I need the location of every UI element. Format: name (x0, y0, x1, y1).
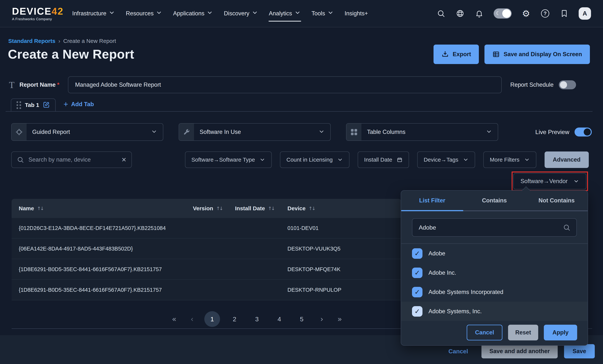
export-button[interactable]: Export (433, 45, 479, 64)
advanced-button[interactable]: Advanced (545, 151, 589, 168)
help-icon[interactable] (540, 9, 550, 18)
sort-icon[interactable]: ↑↓ (309, 206, 315, 211)
report-type-select[interactable]: Guided Report (11, 123, 163, 141)
tab-contains[interactable]: Contains (463, 191, 525, 210)
vendor-filter-panel: List Filter Contains Not Contains Adobe … (401, 190, 588, 346)
filter-device-tags[interactable]: Device→Tags (417, 151, 475, 168)
pagination-page-3[interactable]: 3 (249, 311, 265, 327)
drag-handle-icon[interactable] (16, 101, 21, 109)
list-item-adobe-systems-incorporated[interactable]: Adobe Systems Incorporated (401, 282, 588, 302)
breadcrumb-standard-reports[interactable]: Standard Reports (8, 38, 56, 44)
table-row[interactable]: {1D8E6291-B0D5-35EC-8441-6616F567A0F7}.K… (12, 259, 401, 280)
pagination-page-4[interactable]: 4 (272, 311, 287, 327)
pagination-last[interactable]: » (334, 315, 345, 323)
nav-item-infrastructure[interactable]: Infrastructure (72, 7, 115, 20)
sort-icon[interactable]: ↑↓ (37, 206, 44, 211)
cancel-button[interactable]: Cancel (441, 344, 475, 358)
user-avatar[interactable]: A (579, 7, 591, 20)
column-header-name[interactable]: Name↑↓ (19, 205, 193, 212)
list-item-adobe-systems-inc[interactable]: Adobe Systems, Inc. (401, 302, 588, 321)
pagination-prev[interactable]: ‹ (186, 315, 198, 323)
list-item-adobe[interactable]: Adobe (401, 244, 588, 263)
pagination-page-2[interactable]: 2 (227, 311, 243, 327)
search-input[interactable] (28, 156, 117, 163)
nav-item-tools[interactable]: Tools (312, 7, 334, 20)
save-and-display-button[interactable]: Save and Display On Screen (485, 45, 590, 64)
vendor-apply-button[interactable]: Apply (544, 325, 577, 341)
chevron-down-icon (109, 10, 115, 17)
navbar-utilities: ⚙ A (436, 7, 591, 20)
add-tab-button[interactable]: + Add Tab (63, 100, 94, 108)
cell-device: 0101-DEV01 (288, 225, 401, 231)
report-schedule-toggle[interactable] (559, 80, 576, 89)
notifications-bell-icon[interactable] (475, 9, 484, 18)
report-name-row: T Report Name * Report Schedule (9, 76, 592, 94)
brand-name: DEVICE (12, 6, 52, 17)
settings-gear-icon[interactable]: ⚙ (521, 9, 531, 18)
table-row[interactable]: {1D8E6291-B0D5-35EC-8441-6616F567A0F7}.K… (12, 280, 401, 300)
data-source-select[interactable]: Software In Use (179, 123, 331, 141)
filter-software-type[interactable]: Software→Software Type (185, 151, 272, 168)
vendor-search-input[interactable] (418, 224, 563, 231)
save-button[interactable]: Save (564, 344, 595, 358)
cell-device: DESKTOP-RNPULOP (288, 287, 401, 293)
device42-logo[interactable]: DEVICE42 A Freshworks Company (12, 6, 63, 21)
table-columns-select[interactable]: Table Columns (346, 123, 498, 141)
checkbox-checked[interactable] (412, 248, 422, 259)
column-header-install-date[interactable]: Install Date↑↓ (235, 205, 288, 212)
nav-item-resources[interactable]: Resources (126, 7, 162, 20)
brand-accent: 42 (52, 6, 64, 17)
save-and-add-another-button[interactable]: Save and add another (481, 344, 557, 358)
nav-item-applications[interactable]: Applications (173, 7, 213, 20)
cell-name: {06EA142E-8DA4-4917-8AD5-443F483B502D} (19, 246, 193, 252)
chevron-down-icon (337, 157, 343, 163)
nav-item-discovery[interactable]: Discovery (224, 7, 258, 20)
plus-icon: + (63, 100, 68, 108)
vendor-reset-button[interactable]: Reset (508, 325, 538, 341)
cell-device: DESKTOP-MFQE74K (288, 266, 401, 273)
tab-1[interactable]: Tab 1 (11, 99, 56, 111)
list-item-adobe-inc[interactable]: Adobe Inc. (401, 263, 588, 282)
selector-row: Guided Report Software In Use Table Colu… (11, 123, 592, 141)
sort-icon[interactable]: ↑↓ (268, 206, 274, 211)
report-name-input[interactable] (68, 76, 502, 93)
search-icon[interactable] (436, 9, 446, 18)
chevron-down-icon (327, 10, 334, 17)
clear-search-icon[interactable] (122, 156, 126, 164)
nav-item-insights[interactable]: Insights+ (345, 7, 368, 20)
tab-not-contains[interactable]: Not Contains (525, 191, 588, 210)
sort-icon[interactable]: ↑↓ (216, 206, 222, 211)
tab-list-filter[interactable]: List Filter (401, 191, 463, 210)
live-preview-toggle[interactable] (575, 127, 592, 136)
search-icon (17, 156, 24, 163)
table-row[interactable]: {06EA142E-8DA4-4917-8AD5-443F483B502D} D… (12, 239, 401, 259)
column-header-version[interactable]: Version↑↓ (193, 205, 235, 212)
cell-name: {1D8E6291-B0D5-35EC-8441-6616F567A0F7}.K… (19, 266, 193, 273)
filter-count-in-licensing[interactable]: Count in Licensing (280, 151, 349, 168)
chevron-down-icon (318, 128, 325, 136)
filter-more-filters[interactable]: More Filters (483, 151, 536, 168)
checkbox-checked[interactable] (412, 268, 422, 278)
pagination: « ‹ 1 2 3 4 5 › » (169, 310, 345, 328)
filter-software-vendor[interactable]: Software→Vendor (513, 173, 586, 189)
bookmark-icon[interactable] (559, 9, 569, 18)
filter-install-date[interactable]: Install Date (358, 151, 409, 168)
breadcrumb-current: Create a New Report (63, 38, 116, 44)
globe-icon[interactable] (455, 9, 465, 18)
nav-item-analytics[interactable]: Analytics (269, 7, 301, 20)
checkbox-checked[interactable] (412, 306, 422, 317)
checkbox-checked[interactable] (412, 287, 422, 297)
header-actions: Export Save and Display On Screen (433, 45, 590, 64)
table-row[interactable]: {012D26C3-E12A-3BDA-8ECE-DF14E721A507}.K… (12, 218, 401, 239)
pagination-page-1[interactable]: 1 (204, 311, 220, 327)
pagination-next[interactable]: › (316, 315, 327, 323)
pagination-first[interactable]: « (169, 315, 180, 323)
vendor-cancel-button[interactable]: Cancel (467, 325, 503, 341)
columns-icon (347, 124, 361, 140)
theme-toggle[interactable] (494, 8, 512, 19)
pagination-page-5[interactable]: 5 (294, 311, 310, 327)
chevron-down-icon (294, 10, 301, 17)
column-header-device[interactable]: Device↑↓ (288, 205, 401, 212)
required-asterisk: * (57, 81, 59, 88)
edit-pencil-icon[interactable] (43, 101, 50, 109)
